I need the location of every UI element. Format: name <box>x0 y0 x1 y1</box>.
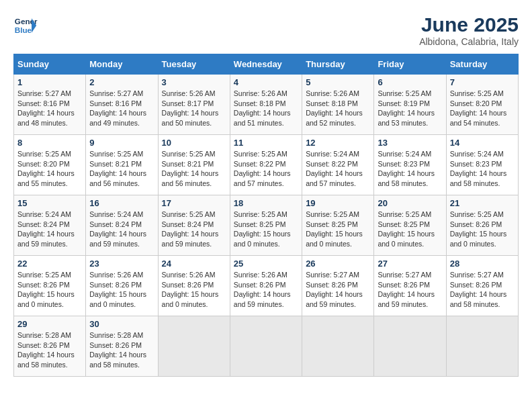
day-info: Sunrise: 5:24 AMSunset: 8:24 PMDaylight:… <box>89 210 154 249</box>
table-row: 10Sunrise: 5:25 AMSunset: 8:21 PMDayligh… <box>158 135 230 195</box>
header-monday: Monday <box>86 54 158 75</box>
day-info: Sunrise: 5:25 AMSunset: 8:24 PMDaylight:… <box>162 210 226 249</box>
day-number: 21 <box>450 198 515 208</box>
day-info: Sunrise: 5:25 AMSunset: 8:25 PMDaylight:… <box>234 210 298 249</box>
table-row: 19Sunrise: 5:25 AMSunset: 8:25 PMDayligh… <box>302 195 374 256</box>
day-number: 18 <box>234 198 298 208</box>
table-row: 1Sunrise: 5:27 AMSunset: 8:16 PMDaylight… <box>14 75 86 135</box>
day-number: 14 <box>450 138 515 148</box>
day-info: Sunrise: 5:25 AMSunset: 8:26 PMDaylight:… <box>450 210 515 249</box>
day-info: Sunrise: 5:25 AMSunset: 8:21 PMDaylight:… <box>162 149 226 189</box>
day-number: 13 <box>378 138 442 148</box>
day-info: Sunrise: 5:28 AMSunset: 8:26 PMDaylight:… <box>89 330 154 370</box>
table-row: 6Sunrise: 5:25 AMSunset: 8:19 PMDaylight… <box>374 75 446 135</box>
day-number: 7 <box>450 77 515 87</box>
table-row <box>158 316 230 377</box>
table-row: 5Sunrise: 5:26 AMSunset: 8:18 PMDaylight… <box>302 75 374 135</box>
header-row: Sunday Monday Tuesday Wednesday Thursday… <box>14 54 519 75</box>
day-info: Sunrise: 5:25 AMSunset: 8:25 PMDaylight:… <box>306 210 370 249</box>
table-row: 28Sunrise: 5:27 AMSunset: 8:26 PMDayligh… <box>446 256 518 316</box>
table-row: 15Sunrise: 5:24 AMSunset: 8:24 PMDayligh… <box>14 195 86 256</box>
day-number: 30 <box>89 319 154 329</box>
table-row: 23Sunrise: 5:26 AMSunset: 8:26 PMDayligh… <box>86 256 158 316</box>
calendar-row: 29Sunrise: 5:28 AMSunset: 8:26 PMDayligh… <box>14 316 519 377</box>
day-number: 4 <box>234 77 298 87</box>
day-number: 1 <box>17 77 82 87</box>
table-row: 7Sunrise: 5:25 AMSunset: 8:20 PMDaylight… <box>446 75 518 135</box>
day-number: 11 <box>234 138 298 148</box>
day-number: 26 <box>306 259 370 269</box>
day-info: Sunrise: 5:27 AMSunset: 8:16 PMDaylight:… <box>17 89 82 128</box>
table-row: 22Sunrise: 5:25 AMSunset: 8:26 PMDayligh… <box>14 256 86 316</box>
title-area: June 2025 Albidona, Calabria, Italy <box>419 13 519 47</box>
day-info: Sunrise: 5:26 AMSunset: 8:18 PMDaylight:… <box>306 89 370 128</box>
day-info: Sunrise: 5:25 AMSunset: 8:26 PMDaylight:… <box>17 270 82 310</box>
header-wednesday: Wednesday <box>230 54 302 75</box>
day-number: 8 <box>17 138 82 148</box>
day-info: Sunrise: 5:25 AMSunset: 8:19 PMDaylight:… <box>378 89 442 128</box>
day-number: 20 <box>378 198 442 208</box>
table-row: 2Sunrise: 5:27 AMSunset: 8:16 PMDaylight… <box>86 75 158 135</box>
day-number: 2 <box>89 77 154 87</box>
table-row: 13Sunrise: 5:24 AMSunset: 8:23 PMDayligh… <box>374 135 446 195</box>
day-info: Sunrise: 5:26 AMSunset: 8:18 PMDaylight:… <box>234 89 298 128</box>
svg-text:Blue: Blue <box>15 26 32 34</box>
header-sunday: Sunday <box>14 54 86 75</box>
table-row: 17Sunrise: 5:25 AMSunset: 8:24 PMDayligh… <box>158 195 230 256</box>
day-number: 19 <box>306 198 370 208</box>
table-row: 12Sunrise: 5:24 AMSunset: 8:22 PMDayligh… <box>302 135 374 195</box>
table-row: 20Sunrise: 5:25 AMSunset: 8:25 PMDayligh… <box>374 195 446 256</box>
logo: General Blue <box>13 13 38 38</box>
table-row <box>230 316 302 377</box>
day-info: Sunrise: 5:28 AMSunset: 8:26 PMDaylight:… <box>17 330 82 370</box>
table-row <box>302 316 374 377</box>
day-number: 23 <box>89 259 154 269</box>
table-row: 29Sunrise: 5:28 AMSunset: 8:26 PMDayligh… <box>14 316 86 377</box>
day-info: Sunrise: 5:26 AMSunset: 8:26 PMDaylight:… <box>162 270 226 310</box>
table-row: 18Sunrise: 5:25 AMSunset: 8:25 PMDayligh… <box>230 195 302 256</box>
day-info: Sunrise: 5:24 AMSunset: 8:24 PMDaylight:… <box>17 210 82 249</box>
calendar-row: 15Sunrise: 5:24 AMSunset: 8:24 PMDayligh… <box>14 195 519 256</box>
day-info: Sunrise: 5:27 AMSunset: 8:16 PMDaylight:… <box>89 89 154 128</box>
table-row: 11Sunrise: 5:25 AMSunset: 8:22 PMDayligh… <box>230 135 302 195</box>
table-row <box>446 316 518 377</box>
day-info: Sunrise: 5:26 AMSunset: 8:26 PMDaylight:… <box>89 270 154 310</box>
header-thursday: Thursday <box>302 54 374 75</box>
day-info: Sunrise: 5:27 AMSunset: 8:26 PMDaylight:… <box>378 270 442 310</box>
day-number: 25 <box>234 259 298 269</box>
table-row: 8Sunrise: 5:25 AMSunset: 8:20 PMDaylight… <box>14 135 86 195</box>
header-friday: Friday <box>374 54 446 75</box>
calendar-subtitle: Albidona, Calabria, Italy <box>419 36 519 47</box>
day-number: 10 <box>162 138 226 148</box>
day-info: Sunrise: 5:25 AMSunset: 8:20 PMDaylight:… <box>17 149 82 189</box>
day-number: 12 <box>306 138 370 148</box>
table-row: 21Sunrise: 5:25 AMSunset: 8:26 PMDayligh… <box>446 195 518 256</box>
logo-icon: General Blue <box>13 13 38 38</box>
day-number: 17 <box>162 198 226 208</box>
table-row: 9Sunrise: 5:25 AMSunset: 8:21 PMDaylight… <box>86 135 158 195</box>
table-row: 25Sunrise: 5:26 AMSunset: 8:26 PMDayligh… <box>230 256 302 316</box>
day-info: Sunrise: 5:27 AMSunset: 8:26 PMDaylight:… <box>306 270 370 310</box>
day-number: 15 <box>17 198 82 208</box>
day-info: Sunrise: 5:25 AMSunset: 8:21 PMDaylight:… <box>89 149 154 189</box>
calendar-row: 1Sunrise: 5:27 AMSunset: 8:16 PMDaylight… <box>14 75 519 135</box>
day-number: 6 <box>378 77 442 87</box>
table-row: 24Sunrise: 5:26 AMSunset: 8:26 PMDayligh… <box>158 256 230 316</box>
calendar-title: June 2025 <box>419 13 519 36</box>
day-number: 9 <box>89 138 154 148</box>
day-info: Sunrise: 5:26 AMSunset: 8:26 PMDaylight:… <box>234 270 298 310</box>
table-row: 30Sunrise: 5:28 AMSunset: 8:26 PMDayligh… <box>86 316 158 377</box>
day-number: 16 <box>89 198 154 208</box>
calendar-table: Sunday Monday Tuesday Wednesday Thursday… <box>13 54 519 377</box>
table-row: 4Sunrise: 5:26 AMSunset: 8:18 PMDaylight… <box>230 75 302 135</box>
table-row: 3Sunrise: 5:26 AMSunset: 8:17 PMDaylight… <box>158 75 230 135</box>
calendar-row: 22Sunrise: 5:25 AMSunset: 8:26 PMDayligh… <box>14 256 519 316</box>
header-tuesday: Tuesday <box>158 54 230 75</box>
day-number: 24 <box>162 259 226 269</box>
day-info: Sunrise: 5:26 AMSunset: 8:17 PMDaylight:… <box>162 89 226 128</box>
table-row: 26Sunrise: 5:27 AMSunset: 8:26 PMDayligh… <box>302 256 374 316</box>
day-info: Sunrise: 5:27 AMSunset: 8:26 PMDaylight:… <box>450 270 515 310</box>
day-number: 5 <box>306 77 370 87</box>
day-number: 29 <box>17 319 82 329</box>
day-info: Sunrise: 5:24 AMSunset: 8:23 PMDaylight:… <box>378 149 442 189</box>
